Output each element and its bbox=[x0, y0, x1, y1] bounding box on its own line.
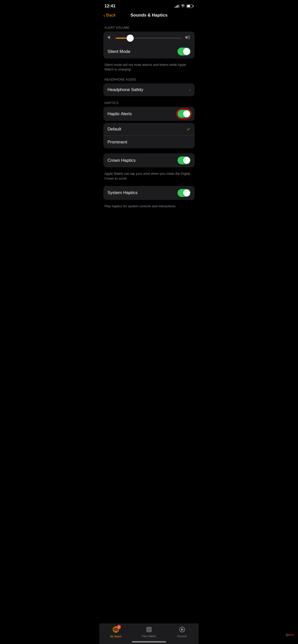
headphone-audio-section-label: HEADPHONE AUDIO bbox=[103, 78, 195, 81]
headphone-safety-card: Headphone Safety › bbox=[103, 83, 195, 96]
prominent-label: Prominent bbox=[107, 140, 127, 145]
crown-haptics-toggle-thumb bbox=[183, 157, 190, 164]
haptics-section-label: HAPTICS bbox=[103, 101, 195, 105]
system-haptics-label: System Haptics bbox=[107, 190, 138, 195]
silent-mode-toggle-thumb bbox=[183, 48, 190, 55]
haptic-alerts-label: Haptic Alerts bbox=[107, 111, 132, 116]
status-time: 12:41 bbox=[104, 4, 115, 9]
wifi-icon bbox=[181, 4, 185, 8]
haptic-alerts-toggle[interactable] bbox=[178, 110, 191, 118]
haptic-alerts-card: Haptic Alerts bbox=[103, 107, 195, 121]
crown-haptics-card: Crown Haptics bbox=[103, 153, 195, 167]
status-icons bbox=[175, 4, 194, 8]
silent-mode-note: Silent mode will not mute alarms and tim… bbox=[103, 61, 195, 73]
crown-haptics-label: Crown Haptics bbox=[107, 158, 136, 163]
crown-haptics-note: Apple Watch can tap your wrist when you … bbox=[103, 169, 195, 182]
default-label: Default bbox=[107, 127, 121, 132]
page-title: Sounds & Haptics bbox=[130, 13, 167, 18]
haptic-alerts-row: Haptic Alerts bbox=[103, 107, 195, 121]
status-bar: 12:41 bbox=[99, 0, 199, 11]
system-haptics-card: System Haptics bbox=[103, 186, 195, 200]
haptic-alerts-toggle-thumb bbox=[183, 110, 190, 117]
main-content: ALERT VOLUME Silent Mode bbox=[99, 22, 199, 230]
system-haptics-note: Play haptics for system controls and int… bbox=[103, 202, 195, 210]
volume-high-icon bbox=[185, 35, 191, 41]
alert-volume-section-label: ALERT VOLUME bbox=[103, 26, 195, 30]
headphone-safety-label: Headphone Safety bbox=[107, 87, 143, 92]
signal-icon bbox=[175, 5, 179, 8]
crown-haptics-row: Crown Haptics bbox=[103, 153, 195, 167]
battery-icon bbox=[186, 5, 194, 8]
headphone-safety-row[interactable]: Headphone Safety › bbox=[103, 83, 195, 96]
crown-haptics-toggle[interactable] bbox=[178, 156, 191, 164]
volume-slider[interactable] bbox=[116, 38, 182, 39]
silent-mode-row: Silent Mode bbox=[103, 45, 195, 58]
alert-volume-card: Silent Mode bbox=[103, 32, 195, 58]
system-haptics-toggle[interactable] bbox=[178, 189, 191, 197]
prominent-row[interactable]: Prominent bbox=[103, 136, 195, 148]
back-chevron-icon: ‹ bbox=[103, 13, 105, 18]
system-haptics-row: System Haptics bbox=[103, 186, 195, 200]
silent-mode-label: Silent Mode bbox=[107, 49, 130, 54]
chevron-right-icon: › bbox=[189, 87, 191, 92]
back-label: Back bbox=[106, 13, 116, 18]
silent-mode-toggle[interactable] bbox=[178, 48, 191, 55]
volume-low-icon bbox=[107, 35, 113, 41]
back-button[interactable]: ‹ Back bbox=[103, 13, 116, 18]
default-checkmark-icon: ✓ bbox=[187, 126, 191, 132]
haptic-alerts-toggle-highlight bbox=[178, 110, 191, 118]
slider-thumb[interactable] bbox=[127, 35, 134, 42]
nav-bar: ‹ Back Sounds & Haptics bbox=[99, 11, 199, 22]
system-haptics-toggle-thumb bbox=[183, 189, 190, 196]
volume-slider-row[interactable] bbox=[103, 32, 195, 45]
default-row[interactable]: Default ✓ bbox=[103, 123, 195, 136]
haptic-strength-card: Default ✓ Prominent bbox=[103, 123, 195, 148]
